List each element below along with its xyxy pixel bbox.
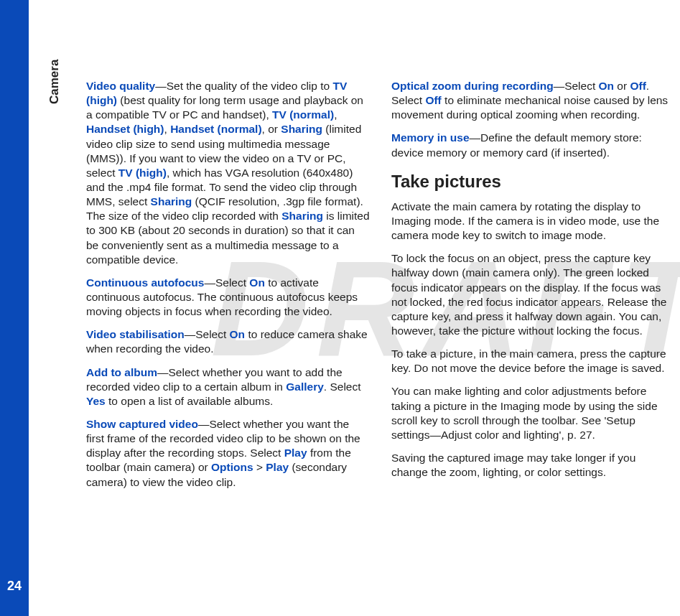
term-yes: Yes [86, 395, 106, 407]
term-off: Off [630, 80, 646, 92]
paragraph-video-quality: Video quality—Set the quality of the vid… [86, 79, 370, 267]
term-sharing-3: Sharing [281, 210, 323, 222]
term-optical-zoom: Optical zoom during recording [391, 80, 554, 92]
term-play-2: Play [266, 461, 289, 473]
main-content: Video quality—Set the quality of the vid… [86, 79, 675, 493]
paragraph-optical-zoom: Optical zoom during recording—Select On … [391, 79, 675, 122]
term-memory-in-use: Memory in use [391, 131, 470, 144]
page-number: 24 [0, 578, 29, 594]
term-sharing-2: Sharing [151, 195, 192, 207]
term-sharing: Sharing [281, 123, 322, 135]
term-off-2: Off [425, 94, 441, 106]
term-gallery: Gallery [286, 381, 324, 393]
term-handset-normal: Handset (normal) [170, 123, 261, 135]
term-video-quality: Video quality [86, 80, 155, 92]
heading-take-pictures: Take pictures [391, 170, 675, 192]
paragraph-video-stabilisation: Video stabilisation—Select On to reduce … [86, 327, 370, 356]
term-continuous-autofocus: Continuous autofocus [86, 276, 204, 289]
paragraph-add-to-album: Add to album—Select whether you want to … [86, 365, 370, 409]
paragraph-take-pictures-4: You can make lighting and color adjustme… [391, 384, 675, 442]
term-tv-high-2: TV (high) [118, 167, 167, 179]
paragraph-memory-in-use: Memory in use—Define the default memory … [391, 131, 675, 159]
term-on-2: On [230, 328, 246, 340]
section-label: Camera [47, 60, 62, 104]
term-video-stabilisation: Video stabilisation [86, 328, 185, 340]
paragraph-take-pictures-3: To take a picture, in the main camera, p… [391, 347, 675, 375]
paragraph-show-captured-video: Show captured video—Select whether you w… [86, 417, 370, 490]
term-options: Options [211, 461, 253, 473]
term-add-to-album: Add to album [86, 366, 157, 378]
paragraph-take-pictures-5: Saving the captured image may take longe… [391, 451, 675, 480]
term-handset-high: Handset (high) [86, 123, 164, 135]
term-tv-normal: TV (normal) [272, 108, 334, 121]
paragraph-take-pictures-1: Activate the main camera by rotating the… [391, 200, 675, 243]
term-on-3: On [599, 80, 615, 92]
term-play: Play [284, 447, 307, 459]
sidebar: 24 [0, 0, 29, 616]
term-show-captured-video: Show captured video [86, 418, 198, 430]
term-on: On [249, 276, 265, 289]
paragraph-take-pictures-2: To lock the focus on an object, press th… [391, 251, 675, 338]
paragraph-continuous-autofocus: Continuous autofocus—Select On to activa… [86, 276, 370, 319]
